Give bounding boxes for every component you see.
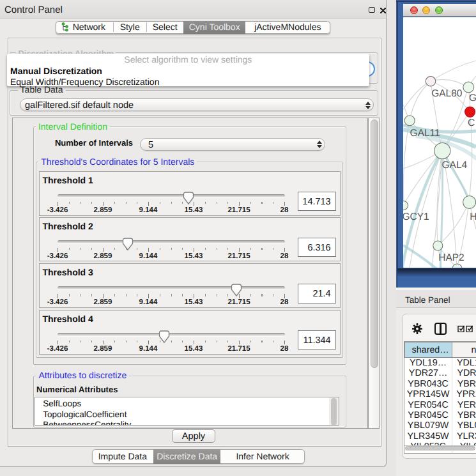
- svg-text:H: H: [470, 211, 476, 222]
- svg-text:GA: GA: [469, 93, 476, 104]
- svg-text:C: C: [468, 118, 475, 128]
- svg-text:HAP2: HAP2: [439, 252, 465, 263]
- svg-text:GAL80: GAL80: [432, 88, 463, 99]
- svg-text:GCY1: GCY1: [403, 212, 429, 223]
- svg-text:GAL11: GAL11: [410, 128, 440, 139]
- svg-text:GAL4: GAL4: [442, 160, 468, 171]
